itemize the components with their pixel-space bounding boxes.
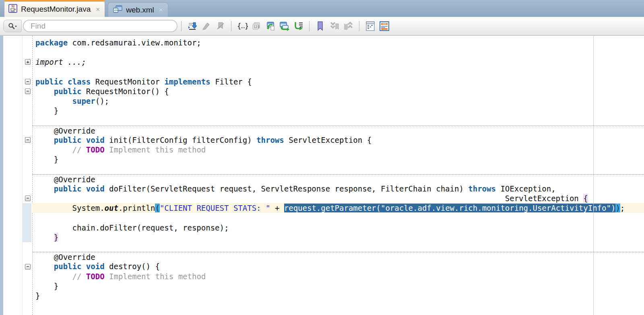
svg-text:<>: <>: [114, 8, 118, 12]
code-line[interactable]: [32, 164, 644, 174]
code-line[interactable]: public class RequestMonitor implements F…: [32, 77, 644, 86]
code-line[interactable]: [32, 213, 644, 222]
find-options-icon[interactable]: [3, 20, 22, 32]
code-line[interactable]: }: [32, 154, 644, 164]
surround-with-icon[interactable]: { }: [236, 20, 248, 32]
svg-text:123: 123: [254, 25, 260, 29]
code-line[interactable]: public RequestMonitor() {: [32, 86, 644, 96]
tab-label: RequestMonitor.java: [21, 5, 91, 14]
toolbar-separator: [181, 21, 182, 31]
code-line[interactable]: [32, 242, 644, 252]
svg-text:{: {: [237, 22, 241, 30]
code-line[interactable]: public void destroy() {: [32, 261, 644, 271]
navigate-forward-icon[interactable]: [278, 20, 291, 32]
code-lines: package com.redsamurai.view.monitor;impo…: [0, 38, 644, 310]
fold-collapse-icon[interactable]: −: [25, 89, 31, 94]
selected-text: request.getParameter("oracle.adf.view.ri…: [284, 204, 616, 212]
fold-collapse-icon[interactable]: −: [25, 137, 31, 143]
code-line[interactable]: [32, 301, 644, 310]
code-line[interactable]: // TODO Implement this method: [32, 272, 644, 281]
previous-bookmark-icon[interactable]: [342, 20, 355, 32]
code-line[interactable]: // TODO Implement this method: [32, 145, 644, 154]
code-editor[interactable]: package com.redsamurai.view.monitor;impo…: [0, 35, 644, 315]
code-line[interactable]: public void init(FilterConfig filterConf…: [32, 135, 644, 145]
editor-toolbar: { } 123: [0, 17, 644, 35]
next-bookmark-icon[interactable]: [328, 20, 341, 32]
code-line[interactable]: }: [32, 233, 644, 242]
go-to-last-edit-icon[interactable]: [186, 20, 198, 32]
java-file-icon: 32: [8, 4, 17, 14]
compare-with-icon[interactable]: [364, 20, 376, 32]
fold-expand-icon[interactable]: +: [25, 59, 31, 65]
clear-highlights-icon[interactable]: [214, 20, 227, 32]
svg-text:32: 32: [11, 5, 14, 8]
close-icon[interactable]: ×: [96, 6, 100, 13]
xml-file-icon: <>: [113, 5, 123, 15]
code-line[interactable]: chain.doFilter(request, response);: [32, 223, 644, 233]
go-to-line-icon[interactable]: [292, 20, 305, 32]
highlight-icon[interactable]: [200, 20, 213, 32]
code-line[interactable]: [32, 116, 644, 126]
code-line[interactable]: package com.redsamurai.view.monitor;: [32, 38, 644, 47]
code-line-current[interactable]: System.out.println("CLIENT REQUEST STATS…: [32, 203, 644, 213]
editor-left-strip: [0, 36, 3, 315]
toggle-bookmark-icon[interactable]: [314, 20, 326, 32]
toggle-line-numbers-icon[interactable]: 123: [250, 20, 262, 32]
editor-tab-bar: 32 RequestMonitor.java × <> web.xml ×: [0, 0, 644, 17]
code-line[interactable]: @Override: [32, 174, 644, 184]
fold-collapse-icon[interactable]: −: [25, 264, 31, 270]
find-input[interactable]: [23, 20, 178, 32]
split-document-icon[interactable]: [378, 20, 390, 32]
code-line[interactable]: super();: [32, 96, 644, 106]
right-margin-line: [593, 36, 594, 315]
code-line[interactable]: [32, 67, 644, 77]
code-line[interactable]: [32, 47, 644, 57]
close-icon[interactable]: ×: [159, 6, 163, 13]
code-line[interactable]: @Override: [32, 252, 644, 261]
toolbar-separator: [231, 21, 231, 31]
tab-web-xml[interactable]: <> web.xml ×: [108, 2, 168, 17]
code-line[interactable]: public void doFilter(ServletRequest requ…: [32, 184, 644, 194]
tab-requestmonitor-java[interactable]: 32 RequestMonitor.java ×: [4, 0, 105, 17]
fold-collapse-icon[interactable]: −: [25, 79, 31, 84]
code-line[interactable]: @Override: [32, 126, 644, 135]
code-line[interactable]: }: [32, 281, 644, 291]
toolbar-separator: [309, 21, 310, 31]
code-line[interactable]: }: [32, 106, 644, 115]
toolbar-separator: [359, 21, 359, 31]
code-line[interactable]: }: [32, 291, 644, 301]
tab-label: web.xml: [126, 6, 154, 14]
fold-collapse-icon[interactable]: −: [25, 196, 31, 201]
navigate-back-icon[interactable]: [264, 20, 277, 32]
code-line[interactable]: import ...;: [32, 57, 644, 67]
code-line[interactable]: ServletException {: [32, 194, 644, 203]
svg-text:}: }: [245, 22, 248, 30]
